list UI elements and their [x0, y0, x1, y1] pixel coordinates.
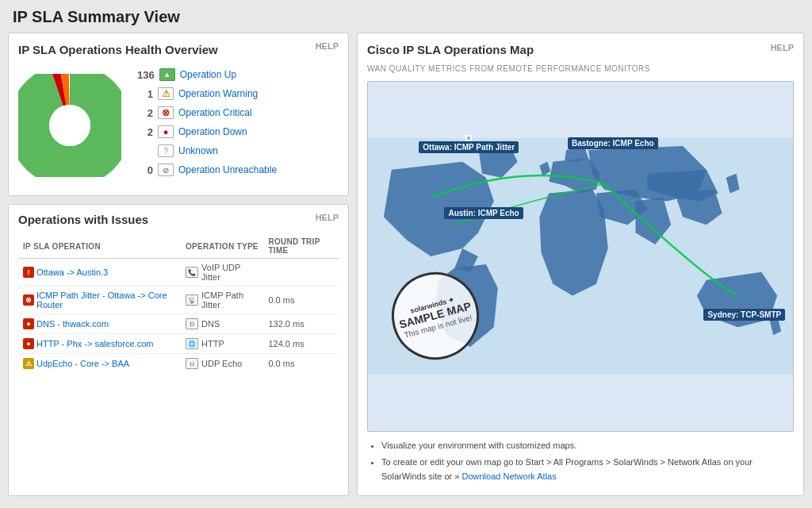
- map-help-link[interactable]: HELP: [771, 43, 794, 52]
- node-austin: Austin: ICMP Echo: [444, 207, 523, 219]
- col-type: OPERATION TYPE: [181, 234, 263, 259]
- count-unreachable: 0: [137, 164, 153, 176]
- rtt-value: 0.0 ms: [263, 354, 339, 374]
- op-cell: ⊗ ICMP Path Jitter - Ottawa -> Core Rout…: [23, 291, 176, 310]
- world-map-svg: [368, 82, 793, 431]
- op-link[interactable]: Ottawa -> Austin.3: [36, 267, 108, 277]
- op-type: D DNS: [186, 318, 259, 329]
- node-bastogne: Bastogne: ICMP Echo: [568, 137, 658, 149]
- legend-item-unknown: ? Unknown: [137, 144, 339, 157]
- health-overview-title: IP SLA Operations Health Overview: [18, 43, 339, 56]
- icon-unreachable: ⊘: [158, 164, 174, 176]
- legend-item-up: 136 ▲ Operation Up: [137, 68, 339, 81]
- op-link[interactable]: DNS - thwack.com: [36, 319, 109, 329]
- icon-down: ●: [158, 125, 174, 138]
- table-row: ⚠ UdpEcho - Core -> BAA U UDP Echo 0.0 m…: [18, 354, 339, 374]
- table-row: ● HTTP - Phx -> salesforce.com 🌐 HTTP 12…: [18, 334, 339, 354]
- op-cell: ● DNS - thwack.com: [23, 318, 176, 329]
- status-badge-critical: !: [23, 267, 34, 278]
- svg-point-3: [49, 105, 90, 146]
- map-card-content: Cisco IP SLA Operations Map WAN QUALITY …: [358, 33, 803, 495]
- node-sydney: Sydney: TCP-SMTP: [703, 309, 785, 321]
- status-badge-warning: ⚠: [23, 358, 34, 369]
- health-help-link[interactable]: HELP: [316, 41, 339, 51]
- type-icon-voip: 📞: [186, 267, 198, 278]
- issues-card: Operations with Issues HELP IP SLA OPERA…: [8, 204, 349, 496]
- status-badge-down: ●: [23, 318, 34, 329]
- icon-critical: ⊗: [158, 106, 174, 119]
- map-info-line-2: To create or edit your own map go to Sta…: [381, 455, 794, 484]
- legend-item-down: 2 ● Operation Down: [137, 125, 339, 138]
- issues-help-link[interactable]: HELP: [316, 213, 339, 222]
- rtt-value: 124.0 ms: [263, 334, 339, 354]
- legend-label-up[interactable]: Operation Up: [180, 69, 236, 80]
- op-cell: ! Ottawa -> Austin.3: [23, 267, 176, 278]
- health-legend: 136 ▲ Operation Up 1 ⚠: [137, 68, 339, 183]
- rtt-value: 132.0 ms: [263, 314, 339, 334]
- op-link[interactable]: ICMP Path Jitter - Ottawa -> Core Router: [36, 291, 176, 310]
- node-ottawa: Ottawa: ICMP Path Jitter: [419, 141, 519, 153]
- legend-label-unreachable[interactable]: Operation Unreachable: [178, 164, 277, 175]
- download-network-atlas-link[interactable]: Download Network Atlas: [462, 471, 556, 481]
- count-up: 136: [137, 69, 155, 81]
- issues-title: Operations with Issues: [18, 213, 339, 226]
- op-type: 🌐 HTTP: [186, 338, 259, 349]
- op-type: 📞 VoIP UDP Jitter: [186, 263, 259, 282]
- icon-warning: ⚠: [158, 87, 174, 100]
- page-title: IP SLA Summary View: [0, 0, 812, 33]
- type-icon-udp: U: [186, 358, 198, 369]
- icon-unknown: ?: [158, 144, 174, 157]
- rtt-value: 0.0 ms: [263, 287, 339, 314]
- legend-label-down[interactable]: Operation Down: [178, 126, 247, 137]
- node-ottawa-dot: [465, 135, 472, 141]
- health-pie-chart: [18, 74, 121, 177]
- op-cell: ⚠ UdpEcho - Core -> BAA: [23, 358, 176, 369]
- op-link[interactable]: HTTP - Phx -> salesforce.com: [36, 339, 153, 348]
- health-overview-card: IP SLA Operations Health Overview HELP: [8, 33, 349, 196]
- issues-table: IP SLA OPERATION OPERATION TYPE ROUND TR…: [18, 234, 339, 373]
- count-warning: 1: [137, 88, 153, 100]
- col-operation: IP SLA OPERATION: [18, 234, 181, 259]
- op-cell: ● HTTP - Phx -> salesforce.com: [23, 338, 176, 349]
- legend-item-warning: 1 ⚠ Operation Warning: [137, 87, 339, 100]
- type-icon-icmp: 📡: [186, 294, 198, 306]
- map-subtitle: WAN QUALITY METRICS FROM REMOTE PERFORMA…: [367, 64, 650, 73]
- map-info-line-1: Visualize your environment with customiz…: [381, 438, 794, 453]
- status-badge-critical: ⊗: [23, 294, 34, 306]
- map-title: Cisco IP SLA Operations Map: [367, 43, 650, 56]
- count-critical: 2: [137, 107, 153, 119]
- legend-label-critical[interactable]: Operation Critical: [178, 107, 252, 118]
- legend-label-unknown[interactable]: Unknown: [178, 145, 218, 156]
- map-info: Visualize your environment with customiz…: [367, 438, 794, 486]
- legend-item-critical: 2 ⊗ Operation Critical: [137, 106, 339, 119]
- op-type: U UDP Echo: [186, 358, 259, 369]
- count-down: 2: [137, 126, 153, 138]
- legend-item-unreachable: 0 ⊘ Operation Unreachable: [137, 164, 339, 176]
- status-badge-down: ●: [23, 338, 34, 349]
- legend-label-warning[interactable]: Operation Warning: [178, 88, 258, 99]
- op-link[interactable]: UdpEcho - Core -> BAA: [36, 359, 129, 368]
- col-rtt: ROUND TRIP TIME: [263, 234, 339, 259]
- rtt-value: [263, 259, 339, 287]
- health-overview-content: 136 ▲ Operation Up 1 ⚠: [18, 64, 339, 183]
- map-container: Ottawa: ICMP Path Jitter Austin: ICMP Ec…: [367, 81, 794, 432]
- icon-up: ▲: [159, 68, 175, 81]
- table-row: ⊗ ICMP Path Jitter - Ottawa -> Core Rout…: [18, 287, 339, 314]
- op-type: 📡 ICMP Path Jitter: [186, 291, 259, 310]
- map-panel: Cisco IP SLA Operations Map WAN QUALITY …: [357, 33, 804, 496]
- type-icon-http: 🌐: [186, 338, 198, 349]
- type-icon-dns: D: [186, 318, 198, 329]
- table-row: ! Ottawa -> Austin.3 📞 VoIP UDP Jitter: [18, 259, 339, 287]
- table-row: ● DNS - thwack.com D DNS 132.0 ms: [18, 314, 339, 334]
